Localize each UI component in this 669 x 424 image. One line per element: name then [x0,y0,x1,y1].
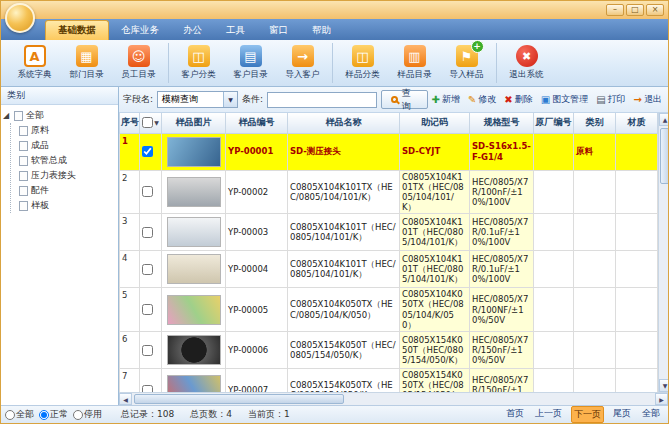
main-body: 类别 ◢ 全部 原料 成品 [1,87,668,405]
scroll-left-icon[interactable]: ◀ [119,393,132,405]
header-no[interactable]: 序号 [120,113,140,133]
tab-help[interactable]: 帮助 [300,21,343,40]
vertical-scrollbar[interactable]: ▲ ▼ [658,113,668,392]
table-row[interactable]: 3 YP-00003 C0805X104K101T（HEC/0805/104/1… [120,214,658,251]
search-icon [391,96,398,103]
toolbar-button-exit-system[interactable]: 退出系统 [501,42,552,85]
page-next-link[interactable]: 下一页 [571,406,604,423]
add-button[interactable]: ✚ 新增 [432,93,460,106]
tree-expander-icon[interactable]: ◢ [3,111,11,120]
current-page: 当前页：1 [248,408,290,421]
edit-icon: ✎ [468,95,476,105]
toolbar-button-employee-directory[interactable]: 员工目录 [113,42,164,85]
header-name[interactable]: 样品名称 [288,113,400,133]
tree-node-root[interactable]: ◢ 全部 [3,108,116,123]
table-row[interactable]: 1 YP-00001 SD-测压接头 SD-CYJT SD-S16x1.5-F-… [120,133,658,170]
filter-all-radio[interactable] [5,410,15,420]
scroll-up-icon[interactable]: ▲ [659,113,668,126]
header-mnemonic[interactable]: 助记码 [400,113,470,133]
sidebar-title: 类别 [1,87,118,105]
row-checkbox[interactable] [142,186,153,197]
toolbar-button-sample-directory[interactable]: 样品目录 [389,42,440,85]
row-checkbox[interactable] [142,385,153,392]
header-select-all[interactable]: ▼ [140,113,162,133]
add-icon: ✚ [432,95,440,105]
pagination: 首页 上一页 下一页 尾页 全部 [504,406,662,423]
toolbar-button-system-dictionary[interactable]: 系统字典 [9,42,60,85]
folder-icon [14,111,23,121]
tree-node-sample[interactable]: 样板 [19,198,116,213]
tree-node-gauge-fitting[interactable]: 压力表接头 [19,168,116,183]
row-checkbox[interactable] [142,227,153,238]
filter-disabled[interactable]: 停用 [73,408,102,421]
sample-directory-icon [404,45,426,67]
vertical-scroll-thumb[interactable] [660,128,668,184]
close-button[interactable]: × [646,4,664,16]
select-all-checkbox[interactable] [142,117,153,128]
row-checkbox[interactable] [142,146,153,157]
toolbar-button-customer-directory[interactable]: 客户目录 [225,42,276,85]
horizontal-scrollbar[interactable]: ◀ ▶ [119,392,668,405]
filter-all[interactable]: 全部 [5,408,34,421]
sample-table-area: 序号 ▼ 样品图片 样品编号 样品名称 助记码 规格型号 原厂编号 类别 材质 [119,113,668,392]
minimize-button[interactable]: – [606,4,624,16]
table-row[interactable]: 2 YP-00002 C0805X104K101TX（HEC/0805/104/… [120,170,658,214]
header-code[interactable]: 样品编号 [226,113,288,133]
table-row[interactable]: 5 YP-00005 C0805X104K050TX（HEC/0805/104/… [120,288,658,332]
scroll-right-icon[interactable]: ▶ [655,393,668,405]
condition-label: 条件: [242,93,263,106]
header-category[interactable]: 类别 [574,113,616,133]
field-select[interactable]: 模糊查询 ▼ [157,91,238,108]
edit-button[interactable]: ✎ 修改 [468,93,496,106]
sample-image [167,217,221,247]
page-first-link[interactable]: 首页 [504,406,526,423]
image-manage-button[interactable]: ▣ 图文管理 [541,93,588,106]
table-row[interactable]: 7 YP-00007 C0805X154K050TX（HEC/0805/154/… [120,369,658,393]
toolbar-button-import-sample[interactable]: 导入样品 [441,42,492,85]
scroll-down-icon[interactable]: ▼ [659,379,668,392]
exit-button[interactable]: → 退出 [634,93,662,106]
toolbar-button-import-customer[interactable]: 导入客户 [277,42,328,85]
table-row[interactable]: 6 YP-00006 C0805X154K050T（HEC/0805/154/0… [120,332,658,369]
app-orb-icon[interactable] [5,3,35,33]
tab-basic-data[interactable]: 基础数据 [45,20,109,40]
header-spec[interactable]: 规格型号 [470,113,534,133]
tab-tools[interactable]: 工具 [214,21,257,40]
horizontal-scroll-thumb[interactable] [134,394,344,404]
page-last-link[interactable]: 尾页 [611,406,633,423]
page-all-link[interactable]: 全部 [640,406,662,423]
row-checkbox[interactable] [142,304,153,315]
tree-node-hose-assembly[interactable]: 软管总成 [19,153,116,168]
tree-node-raw-material[interactable]: 原料 [19,123,116,138]
tab-office[interactable]: 办公 [171,21,214,40]
table-row[interactable]: 4 YP-00004 C0805X104K101T（HEC/0805/104/1… [120,251,658,288]
filter-disabled-radio[interactable] [73,410,83,420]
toolbar-button-customer-category[interactable]: 客户分类 [173,42,224,85]
toolbar-button-sample-category[interactable]: 样品分类 [337,42,388,85]
delete-button[interactable]: ✖ 删除 [504,93,532,106]
tab-window[interactable]: 窗口 [257,21,300,40]
filter-normal-radio[interactable] [39,410,49,420]
header-material[interactable]: 材质 [616,113,658,133]
node-icon [19,171,28,181]
filter-normal[interactable]: 正常 [39,408,68,421]
header-factory[interactable]: 原厂编号 [534,113,574,133]
row-checkbox[interactable] [142,264,153,275]
toolbar-button-department-directory[interactable]: 部门目录 [61,42,112,85]
table-header-row: 序号 ▼ 样品图片 样品编号 样品名称 助记码 规格型号 原厂编号 类别 材质 [120,113,658,133]
field-select-value: 模糊查询 [162,93,198,106]
chevron-down-icon[interactable]: ▼ [223,92,237,107]
node-icon [19,141,28,151]
print-button[interactable]: ▤ 打印 [596,93,625,106]
tree-node-parts[interactable]: 配件 [19,183,116,198]
condition-input[interactable] [267,92,377,108]
page-prev-link[interactable]: 上一页 [533,406,564,423]
maximize-button[interactable]: □ [626,4,644,16]
tab-warehouse[interactable]: 仓库业务 [109,21,171,40]
row-checkbox[interactable] [142,345,153,356]
header-image[interactable]: 样品图片 [162,113,226,133]
search-button[interactable]: 查询 [381,90,428,109]
category-sidebar: 类别 ◢ 全部 原料 成品 [1,87,119,405]
state-filter-group: 全部 正常 停用 [5,408,121,421]
tree-node-finished-goods[interactable]: 成品 [19,138,116,153]
